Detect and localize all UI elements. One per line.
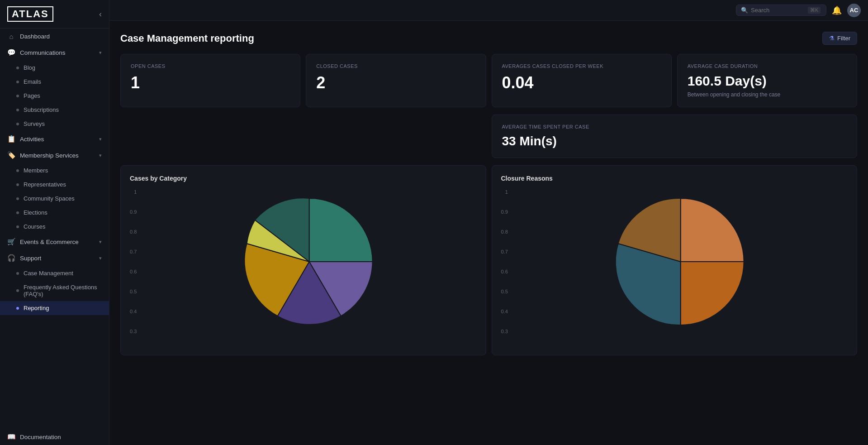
sidebar-logo-area: ATLAS ‹ <box>0 0 109 29</box>
sidebar-item-activities[interactable]: 📋 Activities ▾ <box>0 131 109 147</box>
chart-y-axis-left: 1 0.9 0.8 0.7 0.6 0.5 0.4 0.3 <box>130 189 138 334</box>
open-cases-value: 1 <box>131 73 290 92</box>
chart-cases-by-category: Cases by Category 1 0.9 0.8 0.7 0.6 0.5 … <box>120 165 486 355</box>
events-icon: 🛒 <box>7 238 15 246</box>
sidebar-events-label: Events & Ecommerce <box>20 239 95 245</box>
chevron-right-icon: ▾ <box>99 136 102 142</box>
sidebar-documentation-label: Documentation <box>20 434 102 440</box>
sidebar-item-support[interactable]: 🎧 Support ▾ <box>0 250 109 266</box>
sidebar-communications-label: Communications <box>20 49 95 56</box>
closed-cases-value: 2 <box>316 73 475 92</box>
sidebar-support-label: Support <box>20 255 95 262</box>
chevron-down-icon: ▾ <box>99 255 102 261</box>
sidebar-item-blog[interactable]: Blog <box>0 61 109 75</box>
sidebar-item-pages[interactable]: Pages <box>0 89 109 103</box>
sidebar-item-courses[interactable]: Courses <box>0 220 109 234</box>
sidebar-members-label: Members <box>24 167 48 174</box>
dot-icon <box>16 225 19 228</box>
dot-icon <box>16 109 19 111</box>
sidebar-item-dashboard[interactable]: ⌂ Dashboard <box>0 29 109 44</box>
documentation-icon: 📖 <box>7 433 15 441</box>
sidebar-item-membership-services[interactable]: 🏷️ Membership Services ▾ <box>0 147 109 163</box>
avg-time-value: 33 Min(s) <box>502 134 847 148</box>
sidebar-item-communications[interactable]: 💬 Communications ▾ <box>0 44 109 61</box>
sidebar-item-case-management[interactable]: Case Management <box>0 266 109 280</box>
sidebar-courses-label: Courses <box>24 223 45 230</box>
sidebar-surveys-label: Surveys <box>24 120 45 127</box>
closed-cases-label: Closed Cases <box>316 63 475 69</box>
sidebar-emails-label: Emails <box>24 78 41 85</box>
dot-icon <box>16 197 19 200</box>
sidebar-dashboard-label: Dashboard <box>20 33 102 40</box>
main-content: 🔍 ⌘K 🔔 AC Case Management reporting ⚗ Fi… <box>109 0 868 445</box>
dot-icon <box>16 81 19 83</box>
communications-icon: 💬 <box>7 48 15 57</box>
search-shortcut: ⌘K <box>808 7 821 14</box>
sidebar-item-documentation[interactable]: 📖 Documentation <box>0 429 109 445</box>
stats-grid: Open Cases 1 Closed Cases 2 Averages cas… <box>120 54 857 107</box>
avg-time-label: Average time spent per case <box>502 124 847 129</box>
dot-icon <box>16 307 19 310</box>
stat-card-open-cases: Open Cases 1 <box>120 54 300 107</box>
chevron-down-icon: ▾ <box>99 239 102 245</box>
search-box[interactable]: 🔍 ⌘K <box>736 5 826 16</box>
sidebar-faq-label: Frequently Asked Questions (FAQ's) <box>24 284 102 297</box>
sidebar-membership-label: Membership Services <box>20 152 95 159</box>
sidebar-pages-label: Pages <box>24 92 40 99</box>
chevron-down-icon: ▾ <box>99 50 102 56</box>
filter-icon: ⚗ <box>829 35 835 42</box>
sidebar-community-spaces-label: Community Spaces <box>24 195 75 202</box>
page-title: Case Management reporting <box>120 33 254 44</box>
filter-button[interactable]: ⚗ Filter <box>822 32 857 45</box>
avg-duration-value: 160.5 Day(s) <box>688 73 847 89</box>
dot-icon <box>16 169 19 172</box>
dashboard-icon: ⌂ <box>7 33 15 40</box>
sidebar-subscriptions-label: Subscriptions <box>24 106 59 113</box>
dot-icon <box>16 289 19 292</box>
sidebar-collapse-btn[interactable]: ‹ <box>99 10 102 19</box>
sidebar-item-subscriptions[interactable]: Subscriptions <box>0 103 109 117</box>
sidebar-blog-label: Blog <box>24 64 35 71</box>
chart-area-left <box>142 189 476 343</box>
stat-card-avg-closed: Averages cases closed per week 0.04 <box>492 54 672 107</box>
avg-duration-subtitle: Between opening and closing the case <box>688 91 847 98</box>
search-input[interactable] <box>751 7 805 14</box>
sidebar-item-surveys[interactable]: Surveys <box>0 117 109 131</box>
notifications-icon[interactable]: 🔔 <box>832 5 842 15</box>
support-icon: 🎧 <box>7 254 15 262</box>
avg-closed-label: Averages cases closed per week <box>502 63 661 69</box>
sidebar-item-reporting[interactable]: Reporting <box>0 301 109 315</box>
chart-y-axis-right: 1 0.9 0.8 0.7 0.6 0.5 0.4 0.3 <box>501 189 510 334</box>
sidebar: ATLAS ‹ ⌂ Dashboard 💬 Communications ▾ B… <box>0 0 109 445</box>
charts-row: Cases by Category 1 0.9 0.8 0.7 0.6 0.5 … <box>120 165 857 355</box>
chart-closure-reasons: Closure Reasons 1 0.9 0.8 0.7 0.6 0.5 0.… <box>492 165 858 355</box>
stat-card-avg-time: Average time spent per case 33 Min(s) <box>492 115 858 158</box>
filter-button-label: Filter <box>837 35 850 42</box>
dot-icon <box>16 123 19 125</box>
sidebar-item-emails[interactable]: Emails <box>0 75 109 89</box>
sidebar-item-members[interactable]: Members <box>0 163 109 177</box>
page-header: Case Management reporting ⚗ Filter <box>120 32 857 45</box>
open-cases-label: Open Cases <box>131 63 290 69</box>
chart-cases-title: Cases by Category <box>130 175 477 182</box>
dot-icon <box>16 211 19 214</box>
avg-duration-label: Average Case duration <box>688 63 847 69</box>
sidebar-item-representatives[interactable]: Representatives <box>0 177 109 191</box>
membership-icon: 🏷️ <box>7 151 15 159</box>
dot-icon <box>16 67 19 69</box>
sidebar-reporting-label: Reporting <box>24 305 49 311</box>
pie-chart-right <box>513 189 848 334</box>
sidebar-item-events-ecommerce[interactable]: 🛒 Events & Ecommerce ▾ <box>0 234 109 250</box>
sidebar-item-faq[interactable]: Frequently Asked Questions (FAQ's) <box>0 280 109 301</box>
sidebar-representatives-label: Representatives <box>24 181 66 188</box>
sidebar-item-community-spaces[interactable]: Community Spaces <box>0 191 109 206</box>
sidebar-item-elections[interactable]: Elections <box>0 206 109 220</box>
chevron-down-icon: ▾ <box>99 153 102 158</box>
avatar[interactable]: AC <box>847 4 861 17</box>
app-logo: ATLAS <box>7 6 53 22</box>
pie-chart-left <box>142 189 476 334</box>
chart-closure-title: Closure Reasons <box>501 175 848 182</box>
search-icon: 🔍 <box>741 7 748 14</box>
sidebar-elections-label: Elections <box>24 209 47 216</box>
topbar: 🔍 ⌘K 🔔 AC <box>109 0 868 21</box>
